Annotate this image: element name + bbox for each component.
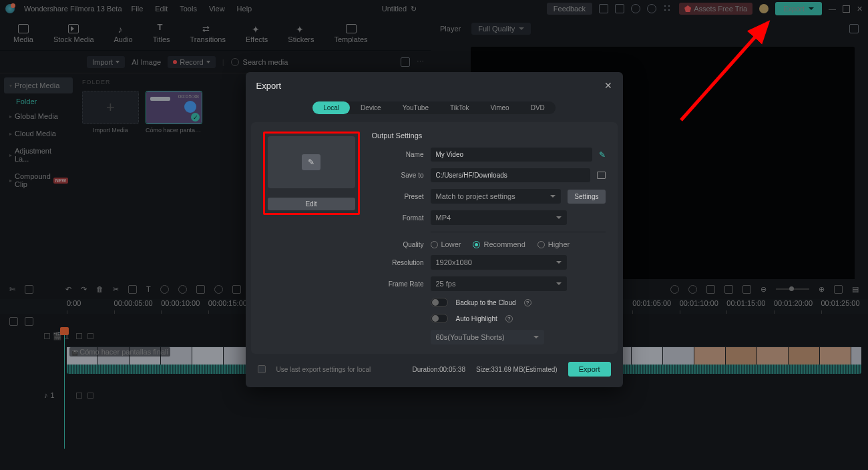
info-icon-2[interactable]: ? — [505, 315, 513, 322]
export-dialog: Export ✕ Local Device YouTube TikTok Vim… — [246, 72, 623, 387]
browse-folder-icon[interactable] — [597, 172, 606, 179]
modal-overlay: Export ✕ Local Device YouTube TikTok Vim… — [0, 0, 868, 470]
auto-highlight-toggle[interactable] — [431, 314, 448, 323]
thumbnail-highlight: ✎ Edit — [263, 132, 360, 215]
edit-thumbnail-button[interactable]: Edit — [268, 198, 355, 210]
resolution-select[interactable]: 1920x1080 — [431, 255, 567, 270]
fps-select[interactable]: 25 fps — [431, 276, 567, 291]
preset-select[interactable]: Match to project settings — [431, 189, 562, 204]
rename-icon[interactable]: ✎ — [599, 150, 606, 160]
tab-vimeo[interactable]: Vimeo — [480, 101, 520, 114]
info-icon[interactable]: ? — [524, 299, 531, 306]
pencil-icon: ✎ — [302, 154, 320, 170]
export-button[interactable]: Export — [568, 362, 611, 377]
quality-lower[interactable]: Lower — [431, 240, 461, 248]
dialog-title: Export — [256, 81, 604, 91]
duration-info: Duration:00:05:38 — [412, 366, 465, 373]
export-thumbnail[interactable]: ✎ — [268, 136, 355, 188]
size-info: Size:331.69 MB(Estimated) — [476, 366, 558, 373]
format-select[interactable]: MP4 — [431, 210, 567, 225]
close-icon[interactable]: ✕ — [604, 80, 612, 91]
quality-higher[interactable]: Higher — [537, 240, 570, 248]
backup-cloud-toggle[interactable] — [431, 298, 448, 307]
save-path-input[interactable] — [431, 168, 590, 182]
export-tabs: Local Device YouTube TikTok Vimeo DVD — [312, 101, 556, 114]
name-input[interactable] — [431, 148, 592, 162]
tab-dvd[interactable]: DVD — [520, 101, 556, 114]
output-settings-heading: Output Settings — [372, 132, 606, 140]
tab-tiktok[interactable]: TikTok — [439, 101, 480, 114]
settings-button[interactable]: Settings — [568, 190, 605, 204]
use-last-settings-checkbox[interactable] — [258, 365, 266, 373]
tab-local[interactable]: Local — [312, 101, 350, 114]
tab-device[interactable]: Device — [350, 101, 392, 114]
shorts-select: 60s(YouTube Shorts) — [431, 330, 544, 344]
tab-youtube[interactable]: YouTube — [392, 101, 439, 114]
quality-recommend[interactable]: Recommend — [473, 240, 525, 248]
